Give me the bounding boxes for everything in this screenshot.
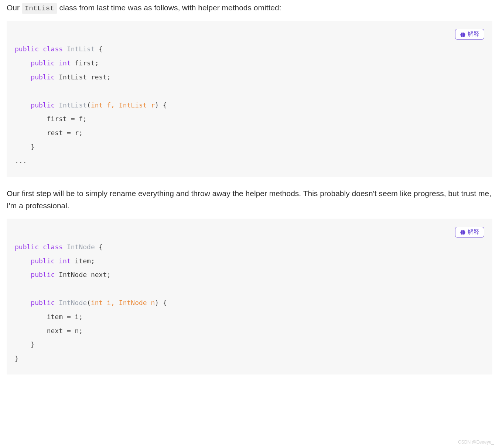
code-content-2: public class IntNode { public int item; …: [15, 240, 484, 366]
text-after-code: class from last time was as follows, wit…: [57, 3, 281, 12]
text-before-code: Our: [7, 3, 22, 12]
code-content-1: public class IntList { public int first;…: [15, 42, 484, 168]
brain-icon: [460, 229, 466, 235]
explain-button[interactable]: 解释: [455, 227, 484, 237]
explain-button[interactable]: 解释: [455, 29, 484, 40]
code-block-2: 解释 public class IntNode { public int ite…: [7, 219, 492, 375]
brain-icon: [460, 32, 466, 37]
inline-code-intlist: IntList: [22, 3, 57, 14]
explain-button-label: 解释: [468, 228, 479, 236]
code-block-1: 解释 public class IntList { public int fir…: [7, 21, 492, 177]
intro-paragraph-2: Our first step will be to simply rename …: [7, 187, 492, 212]
explain-button-label: 解释: [468, 30, 479, 38]
intro-paragraph-1: Our IntList class from last time was as …: [7, 1, 492, 14]
